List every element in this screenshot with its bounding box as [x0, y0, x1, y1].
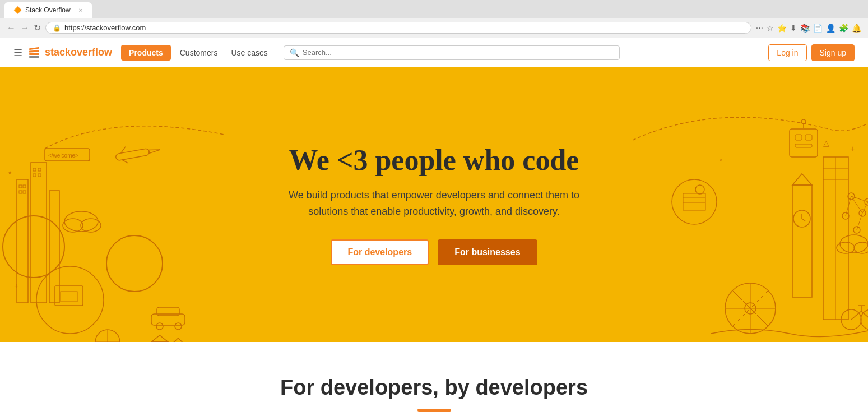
svg-line-54: [802, 219, 805, 221]
svg-line-82: [861, 311, 868, 320]
url-text: https://stackoverflow.com: [64, 24, 146, 32]
svg-point-71: [672, 179, 717, 224]
svg-text:△: △: [823, 138, 829, 147]
hero-subtitle: We build products that empower developer…: [289, 187, 580, 220]
section-title: For developers, by developers: [13, 376, 855, 400]
bookmark-icon[interactable]: ☆: [767, 24, 774, 33]
svg-rect-15: [115, 149, 150, 161]
address-bar[interactable]: 🔒 https://stackoverflow.com: [45, 22, 751, 34]
for-developers-button[interactable]: For developers: [331, 239, 429, 265]
reader-icon[interactable]: 📄: [813, 24, 823, 33]
lock-icon: 🔒: [53, 24, 61, 32]
svg-text:🎮: 🎮: [122, 250, 147, 274]
nav-products-button[interactable]: Products: [121, 45, 171, 61]
nav-customers-link[interactable]: Customers: [173, 45, 225, 61]
hero-illustration-left: 🦄 </welcome>: [0, 67, 235, 342]
svg-rect-26: [61, 292, 77, 302]
login-button[interactable]: Log in: [768, 44, 806, 61]
svg-rect-9: [33, 168, 36, 171]
svg-rect-5: [19, 185, 22, 188]
hero-illustration-right: △ + ◦: [633, 67, 868, 342]
svg-marker-37: [151, 335, 168, 342]
logo-text: stackoverflow: [45, 47, 112, 58]
hero-buttons: For developers For businesses: [289, 239, 580, 265]
svg-rect-40: [790, 129, 818, 157]
browser-chrome: ← → ↻ 🔒 https://stackoverflow.com ··· ☆ …: [0, 18, 868, 38]
below-section: For developers, by developers: [0, 342, 868, 416]
svg-line-66: [851, 196, 862, 213]
svg-rect-8: [23, 191, 26, 193]
for-businesses-button[interactable]: For businesses: [438, 239, 537, 265]
tab-favicon: 🔶: [13, 6, 22, 14]
library-icon[interactable]: 📚: [800, 24, 810, 33]
svg-rect-41: [795, 135, 802, 140]
svg-text:+: +: [850, 144, 855, 153]
svg-point-29: [156, 323, 163, 330]
navbar: ☰ stackoverflow Products Customers Use c…: [0, 38, 868, 67]
nav-use-cases-link[interactable]: Use cases: [224, 45, 274, 61]
svg-rect-12: [38, 174, 41, 177]
signup-button[interactable]: Sign up: [811, 44, 855, 61]
reload-icon[interactable]: ↻: [34, 22, 41, 33]
svg-point-0: [3, 216, 64, 278]
svg-point-77: [837, 242, 855, 253]
account-icon[interactable]: 👤: [826, 24, 835, 33]
svg-rect-3: [31, 163, 47, 303]
svg-rect-72: [683, 193, 705, 210]
svg-text:*: *: [8, 169, 12, 178]
svg-marker-51: [792, 174, 812, 185]
svg-point-75: [695, 185, 704, 194]
hero-content: We <3 people who code We build products …: [289, 144, 580, 266]
svg-text:+: +: [14, 281, 18, 290]
search-icon: 🔍: [290, 48, 299, 57]
svg-marker-39: [171, 338, 185, 342]
browser-tab[interactable]: 🔶 Stack Overflow ✕: [4, 2, 92, 18]
search-bar[interactable]: 🔍: [284, 45, 620, 60]
star-icon[interactable]: ⭐: [777, 24, 787, 33]
svg-text:◦: ◦: [720, 155, 722, 164]
hamburger-menu[interactable]: ☰: [13, 47, 22, 59]
svg-rect-7: [19, 191, 22, 193]
section-divider: [417, 409, 451, 412]
tab-close-icon[interactable]: ✕: [78, 7, 83, 13]
svg-point-19: [106, 235, 163, 292]
download-icon[interactable]: ⬇: [790, 24, 797, 33]
browser-icons-right: ··· ☆ ⭐ ⬇ 📚 📄 👤 🧩 🔔: [756, 23, 861, 33]
svg-point-80: [861, 309, 868, 330]
browser-tab-bar: 🔶 Stack Overflow ✕: [0, 0, 868, 18]
svg-line-81: [851, 311, 861, 320]
svg-point-30: [175, 323, 182, 330]
svg-rect-10: [38, 168, 41, 171]
hero-title: We <3 people who code: [289, 144, 580, 176]
svg-rect-50: [792, 185, 812, 297]
svg-text:</welcome>: </welcome>: [48, 152, 78, 159]
svg-rect-42: [805, 135, 812, 140]
tab-title: Stack Overflow: [25, 6, 71, 14]
logo-icon: [29, 48, 39, 58]
back-icon[interactable]: ←: [7, 23, 16, 33]
more-icon[interactable]: ···: [756, 23, 763, 33]
hero-section: 🦄 </welcome>: [0, 67, 868, 342]
notification-icon[interactable]: 🔔: [852, 24, 861, 33]
svg-rect-6: [23, 185, 26, 188]
search-input[interactable]: [303, 48, 614, 57]
svg-rect-11: [33, 174, 36, 177]
svg-rect-43: [795, 144, 812, 147]
auth-buttons: Log in Sign up: [768, 44, 855, 61]
forward-icon[interactable]: →: [20, 23, 29, 33]
extension-icon[interactable]: 🧩: [839, 24, 848, 33]
logo[interactable]: stackoverflow: [29, 47, 112, 58]
svg-marker-16: [148, 148, 160, 153]
